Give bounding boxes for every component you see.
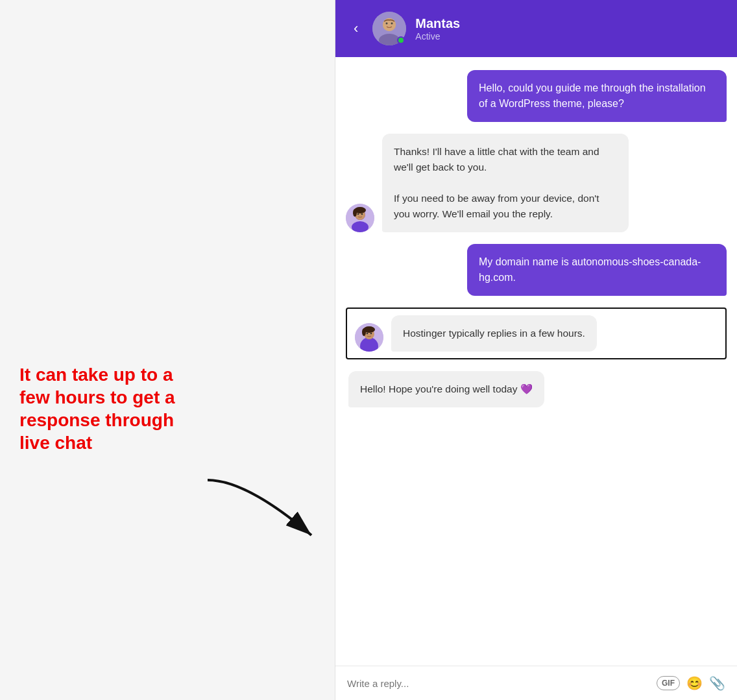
agent-avatar-1	[346, 204, 374, 232]
status-dot	[397, 36, 405, 44]
contact-status: Active	[415, 31, 460, 42]
svg-point-12	[361, 213, 363, 215]
emoji-button[interactable]: 😊	[686, 675, 703, 691]
page-wrapper: It can take up to a few hours to get a r…	[0, 0, 737, 700]
svg-point-6	[391, 23, 393, 25]
reply-icons: GIF 😊 📎	[657, 675, 725, 691]
message-highlighted: Hostinger typically replies in a few hou…	[391, 315, 597, 352]
header-info: Mantas Active	[415, 16, 460, 42]
message-received-1: Thanks! I'll have a little chat with the…	[382, 134, 629, 232]
annotation-text: It can take up to a few hours to get a r…	[19, 363, 208, 454]
svg-point-5	[386, 23, 388, 25]
message-sent-1: Hello, could you guide me through the in…	[467, 70, 727, 122]
reply-input[interactable]	[347, 678, 649, 689]
svg-point-11	[357, 213, 359, 215]
svg-point-14	[353, 209, 357, 217]
chat-header: ‹ Manta	[335, 0, 737, 57]
contact-avatar-wrapper	[372, 12, 406, 45]
messages-area[interactable]: Hello, could you guide me through the in…	[335, 57, 737, 666]
message-received-wrapper-1: Thanks! I'll have a little chat with the…	[346, 134, 727, 232]
svg-point-19	[370, 333, 372, 335]
agent-avatar-2	[355, 323, 383, 352]
attach-button[interactable]: 📎	[709, 675, 725, 691]
svg-point-21	[362, 328, 366, 336]
message-partial: Hello! Hope you're doing well today 💜	[348, 371, 544, 407]
message-partial-wrapper: Hello! Hope you're doing well today 💜	[346, 371, 727, 407]
message-highlighted-wrapper: Hostinger typically replies in a few hou…	[346, 308, 727, 359]
contact-name: Mantas	[415, 16, 460, 31]
message-sent-2: My domain name is autonomous-shoes-canad…	[467, 244, 727, 296]
gif-button[interactable]: GIF	[657, 676, 680, 690]
arrow-container	[195, 474, 337, 551]
reply-area: GIF 😊 📎	[335, 666, 737, 700]
back-button[interactable]: ‹	[348, 18, 363, 40]
chat-panel: ‹ Manta	[335, 0, 737, 700]
svg-point-18	[367, 333, 369, 335]
